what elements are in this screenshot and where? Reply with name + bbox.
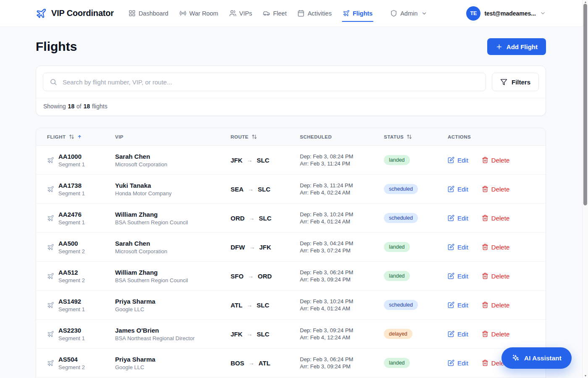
plane-icon <box>47 244 54 251</box>
departure-time: Dep: Feb 3, 09:24 PM <box>300 327 384 334</box>
flight-segment: Segment 2 <box>58 248 85 255</box>
search-filter-card: Filters Showing 18 of 18 flights <box>36 66 546 116</box>
filters-button[interactable]: Filters <box>492 73 539 91</box>
delete-button[interactable]: Delete <box>482 244 509 251</box>
users-icon <box>229 10 236 17</box>
route: ORD → SLC <box>231 215 300 222</box>
edit-button[interactable]: Edit <box>448 302 468 309</box>
nav-item-flights[interactable]: Flights <box>338 6 378 21</box>
delete-button[interactable]: Delete <box>482 331 509 338</box>
nav-item-war-room[interactable]: War Room <box>175 6 223 21</box>
delete-button[interactable]: Delete <box>482 215 509 222</box>
vip-name: James O'Brien <box>115 327 231 334</box>
edit-button[interactable]: Edit <box>448 331 468 338</box>
route: SEA → SLC <box>231 186 300 193</box>
column-header-status[interactable]: STATUS <box>384 134 448 139</box>
edit-label: Edit <box>457 273 468 280</box>
shield-icon <box>390 10 397 17</box>
scrollbar-up-arrow[interactable]: ▲ <box>583 0 588 3</box>
route-destination: JFK <box>259 244 271 251</box>
route: ATL → SLC <box>231 302 300 309</box>
column-header-flight[interactable]: FLIGHT <box>47 134 115 139</box>
route-origin: DFW <box>231 244 245 251</box>
flight-number: AA512 <box>58 269 85 276</box>
edit-button[interactable]: Edit <box>448 215 468 222</box>
nav-item-dashboard[interactable]: Dashboard <box>124 6 173 21</box>
nav-item-activities[interactable]: Activities <box>293 6 336 21</box>
arrow-right-icon: → <box>249 244 255 250</box>
ai-assistant-button[interactable]: AI Assistant <box>501 347 572 369</box>
trash-icon <box>482 215 488 221</box>
search-input[interactable] <box>62 78 479 86</box>
brand-logo[interactable]: VIP Coordinator <box>36 8 114 19</box>
schedule: Dep: Feb 3, 11:24 PM Arr: Feb 4, 02:24 A… <box>300 182 384 196</box>
edit-pencil-icon <box>448 215 454 221</box>
flight-segment: Segment 1 <box>58 190 85 197</box>
schedule: Dep: Feb 3, 10:24 PM Arr: Feb 4, 01:24 A… <box>300 298 384 312</box>
radio-icon <box>179 10 186 17</box>
nav-item-fleet[interactable]: Fleet <box>258 6 291 21</box>
edit-pencil-icon <box>448 244 454 250</box>
vip-name: Sarah Chen <box>115 153 231 160</box>
plus-icon <box>496 43 503 50</box>
departure-time: Dep: Feb 3, 10:24 PM <box>300 298 384 305</box>
trash-icon <box>482 331 488 337</box>
column-header-route[interactable]: ROUTE <box>231 134 300 139</box>
delete-button[interactable]: Delete <box>482 157 509 164</box>
arrow-right-icon: → <box>248 273 254 279</box>
delete-button[interactable]: Delete <box>482 273 509 280</box>
edit-label: Edit <box>457 186 468 193</box>
flight-number: AA1738 <box>58 182 85 189</box>
plane-icon <box>47 273 54 280</box>
table-row: AS1492 Segment 1 Priya Sharma Google LLC… <box>36 291 546 320</box>
column-header-vip: VIP <box>115 134 231 139</box>
edit-button[interactable]: Edit <box>448 186 468 193</box>
user-menu[interactable]: TE test@madeames... <box>466 6 546 21</box>
arrow-right-icon: → <box>248 186 254 192</box>
route: BOS → ATL <box>231 360 300 367</box>
plane-icon <box>343 10 350 17</box>
edit-button[interactable]: Edit <box>448 157 468 164</box>
nav-item-vips[interactable]: VIPs <box>225 6 257 21</box>
delete-label: Delete <box>491 157 509 164</box>
scrollbar-thumb[interactable] <box>583 4 587 205</box>
delete-label: Delete <box>491 273 509 280</box>
scrollbar-down-arrow[interactable]: ▼ <box>583 374 588 377</box>
table-row: AS2230 Segment 1 James O'Brien BSA North… <box>36 320 546 349</box>
flights-table: FLIGHT VIP ROUTE SCHEDULED STATUS ACTION… <box>36 128 546 378</box>
filters-label: Filters <box>512 79 530 86</box>
edit-pencil-icon <box>448 331 454 337</box>
trash-icon <box>482 157 488 163</box>
top-navigation-bar: VIP Coordinator Dashboard War Room VIPs … <box>0 0 588 27</box>
route-origin: SFO <box>231 273 244 280</box>
edit-button[interactable]: Edit <box>448 360 468 367</box>
table-row: AA2476 Segment 1 William Zhang BSA South… <box>36 204 546 233</box>
edit-button[interactable]: Edit <box>448 244 468 251</box>
route-destination: SLC <box>257 302 269 309</box>
delete-label: Delete <box>491 186 509 193</box>
route-origin: ORD <box>231 215 244 222</box>
scrollbar: ▲ ▼ <box>582 0 588 378</box>
status-badge: scheduled <box>384 300 418 310</box>
total-count: 18 <box>83 103 91 110</box>
route: SFO → ORD <box>231 273 300 280</box>
delete-button[interactable]: Delete <box>482 186 509 193</box>
route: JFK → SLC <box>231 157 300 164</box>
nav-item-admin[interactable]: Admin <box>386 6 432 21</box>
main-nav: Dashboard War Room VIPs Fleet Activities… <box>124 6 432 21</box>
delete-button[interactable]: Delete <box>482 302 509 309</box>
vip-organization: BSA Southern Region Council <box>115 219 231 226</box>
nav-label: War Room <box>189 10 218 17</box>
route-destination: ATL <box>259 360 270 367</box>
vip-organization: Microsoft Corporation <box>115 248 231 255</box>
route-origin: SEA <box>231 186 244 193</box>
table-row: AA1000 Segment 1 Sarah Chen Microsoft Co… <box>36 146 546 175</box>
edit-button[interactable]: Edit <box>448 273 468 280</box>
route: DFW → JFK <box>231 244 300 251</box>
plane-logo-icon <box>36 8 47 19</box>
route-origin: ATL <box>231 302 242 309</box>
add-flight-button[interactable]: Add Flight <box>487 38 546 55</box>
vip-name: Priya Sharma <box>115 298 231 305</box>
route: JFK → SLC <box>231 331 300 338</box>
edit-label: Edit <box>457 331 468 338</box>
